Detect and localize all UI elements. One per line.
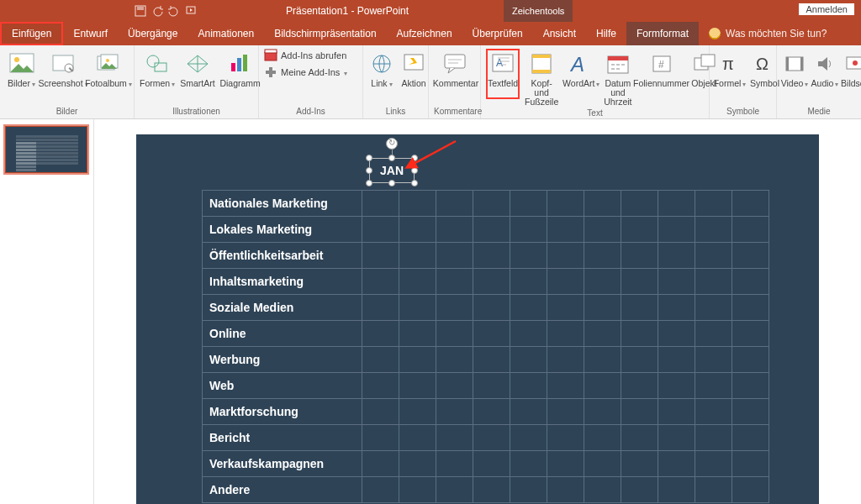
wordart-button[interactable]: A WordArt▾ bbox=[563, 49, 599, 97]
table-cell[interactable] bbox=[658, 321, 695, 347]
table-row[interactable]: Soziale Medien bbox=[203, 295, 769, 321]
chart-button[interactable]: Diagramm bbox=[220, 49, 261, 97]
row-label[interactable]: Web bbox=[203, 373, 362, 399]
selected-textbox[interactable]: JAN bbox=[369, 158, 415, 183]
table-cell[interactable] bbox=[695, 451, 732, 477]
video-button[interactable]: Video▾ bbox=[782, 49, 807, 97]
table-cell[interactable] bbox=[621, 243, 658, 269]
table-cell[interactable] bbox=[584, 269, 621, 295]
table-cell[interactable] bbox=[436, 451, 473, 477]
table-cell[interactable] bbox=[362, 477, 399, 503]
table-cell[interactable] bbox=[695, 425, 732, 451]
table-cell[interactable] bbox=[362, 191, 399, 217]
symbol-button[interactable]: Ω Symbol bbox=[750, 49, 779, 97]
table-cell[interactable] bbox=[362, 399, 399, 425]
table-cell[interactable] bbox=[621, 321, 658, 347]
table-cell[interactable] bbox=[362, 217, 399, 243]
row-label[interactable]: Bericht bbox=[203, 425, 362, 451]
table-cell[interactable] bbox=[584, 477, 621, 503]
table-cell[interactable] bbox=[399, 243, 436, 269]
table-row[interactable]: Lokales Marketing bbox=[203, 217, 769, 243]
audio-button[interactable]: Audio▾ bbox=[812, 49, 837, 97]
table-row[interactable]: Web bbox=[203, 373, 769, 399]
table-cell[interactable] bbox=[584, 425, 621, 451]
table-cell[interactable] bbox=[695, 217, 732, 243]
table-cell[interactable] bbox=[658, 477, 695, 503]
tab-view[interactable]: Ansicht bbox=[533, 22, 586, 45]
table-cell[interactable] bbox=[399, 425, 436, 451]
table-cell[interactable] bbox=[658, 347, 695, 373]
row-label[interactable]: Marktforschung bbox=[203, 399, 362, 425]
table-cell[interactable] bbox=[473, 269, 510, 295]
table-cell[interactable] bbox=[658, 399, 695, 425]
table-cell[interactable] bbox=[547, 399, 584, 425]
table-cell[interactable] bbox=[473, 217, 510, 243]
tab-animations[interactable]: Animationen bbox=[188, 22, 264, 45]
table-cell[interactable] bbox=[510, 217, 547, 243]
table-cell[interactable] bbox=[362, 321, 399, 347]
table-cell[interactable] bbox=[621, 217, 658, 243]
table-cell[interactable] bbox=[473, 425, 510, 451]
table-cell[interactable] bbox=[658, 191, 695, 217]
slide-thumbnail-1[interactable] bbox=[5, 126, 87, 173]
table-cell[interactable] bbox=[362, 451, 399, 477]
table-cell[interactable] bbox=[436, 295, 473, 321]
table-cell[interactable] bbox=[362, 373, 399, 399]
row-label[interactable]: Soziale Medien bbox=[203, 295, 362, 321]
table-cell[interactable] bbox=[695, 373, 732, 399]
table-cell[interactable] bbox=[621, 477, 658, 503]
table-cell[interactable] bbox=[362, 243, 399, 269]
table-cell[interactable] bbox=[399, 269, 436, 295]
table-cell[interactable] bbox=[732, 321, 769, 347]
table-cell[interactable] bbox=[584, 217, 621, 243]
row-label[interactable]: Inhaltsmarketing bbox=[203, 269, 362, 295]
tab-slideshow[interactable]: Bildschirmpräsentation bbox=[264, 22, 386, 45]
table-cell[interactable] bbox=[621, 347, 658, 373]
table-cell[interactable] bbox=[621, 425, 658, 451]
rotate-handle[interactable] bbox=[386, 138, 398, 150]
table-row[interactable]: Öffentlichkeitsarbeit bbox=[203, 243, 769, 269]
table-cell[interactable] bbox=[621, 399, 658, 425]
table-cell[interactable] bbox=[695, 399, 732, 425]
table-cell[interactable] bbox=[510, 425, 547, 451]
table-row[interactable]: Online bbox=[203, 321, 769, 347]
table-cell[interactable] bbox=[510, 191, 547, 217]
signin-button[interactable]: Anmelden bbox=[799, 3, 854, 15]
slide-table[interactable]: Nationales MarketingLokales MarketingÖff… bbox=[202, 190, 769, 503]
table-cell[interactable] bbox=[510, 451, 547, 477]
table-cell[interactable] bbox=[547, 217, 584, 243]
table-cell[interactable] bbox=[436, 191, 473, 217]
table-cell[interactable] bbox=[621, 191, 658, 217]
tab-shapeformat[interactable]: Formformat bbox=[626, 22, 699, 45]
table-cell[interactable] bbox=[658, 269, 695, 295]
table-cell[interactable] bbox=[658, 373, 695, 399]
table-cell[interactable] bbox=[399, 373, 436, 399]
table-cell[interactable] bbox=[362, 347, 399, 373]
table-cell[interactable] bbox=[399, 399, 436, 425]
table-cell[interactable] bbox=[732, 373, 769, 399]
table-cell[interactable] bbox=[510, 295, 547, 321]
table-cell[interactable] bbox=[621, 269, 658, 295]
table-cell[interactable] bbox=[547, 373, 584, 399]
textbox-button[interactable]: A Textfeld bbox=[486, 49, 520, 99]
table-cell[interactable] bbox=[695, 269, 732, 295]
table-cell[interactable] bbox=[473, 191, 510, 217]
table-cell[interactable] bbox=[399, 477, 436, 503]
textbox-text[interactable]: JAN bbox=[369, 158, 415, 183]
table-cell[interactable] bbox=[473, 295, 510, 321]
table-cell[interactable] bbox=[436, 477, 473, 503]
table-cell[interactable] bbox=[732, 425, 769, 451]
table-cell[interactable] bbox=[732, 269, 769, 295]
photoalbum-button[interactable]: Fotoalbum▾ bbox=[88, 49, 129, 97]
table-cell[interactable] bbox=[732, 451, 769, 477]
equation-button[interactable]: π Formel▾ bbox=[715, 49, 745, 97]
headerfooter-button[interactable]: Kopf- und Fußzeile bbox=[525, 49, 558, 107]
table-cell[interactable] bbox=[584, 347, 621, 373]
table-cell[interactable] bbox=[621, 451, 658, 477]
table-cell[interactable] bbox=[436, 269, 473, 295]
table-cell[interactable] bbox=[732, 217, 769, 243]
table-cell[interactable] bbox=[584, 321, 621, 347]
table-cell[interactable] bbox=[473, 243, 510, 269]
link-button[interactable]: Link▾ bbox=[368, 49, 395, 97]
table-cell[interactable] bbox=[547, 243, 584, 269]
